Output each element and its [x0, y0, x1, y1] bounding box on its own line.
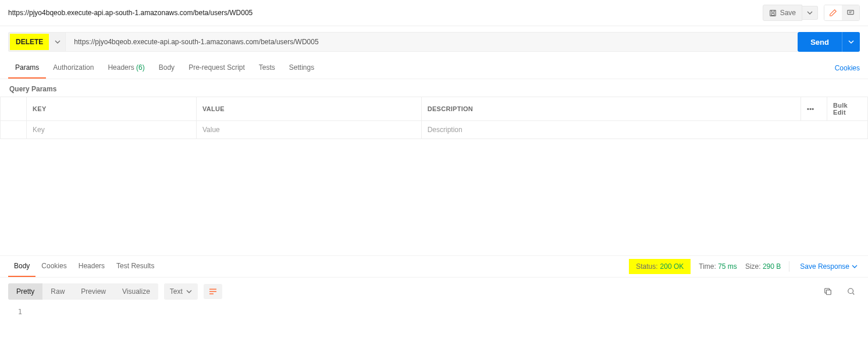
params-value-header: VALUE [196, 97, 421, 121]
tab-headers-label: Headers [108, 63, 134, 72]
chevron-down-icon [852, 264, 858, 269]
tab-tests[interactable]: Tests [252, 58, 282, 79]
bulk-edit-button[interactable]: Bulk Edit [827, 97, 868, 121]
wrap-icon [208, 287, 218, 296]
cookies-link[interactable]: Cookies [835, 58, 860, 78]
tab-body[interactable]: Body [152, 58, 182, 79]
svg-rect-0 [770, 10, 775, 16]
resp-tab-test-results[interactable]: Test Results [111, 256, 160, 277]
search-icon [847, 287, 855, 296]
resp-tab-headers[interactable]: Headers [73, 256, 111, 277]
svg-rect-1 [771, 13, 774, 15]
view-raw-button[interactable]: Raw [42, 283, 73, 300]
http-method-label: DELETE [10, 34, 49, 50]
svg-point-4 [848, 289, 853, 294]
param-row: Key Value Description [1, 121, 868, 139]
send-dropdown-button[interactable] [842, 32, 860, 52]
resp-tab-cookies[interactable]: Cookies [35, 256, 72, 277]
comment-icon [846, 9, 855, 17]
tab-prerequest[interactable]: Pre-request Script [182, 58, 252, 79]
request-tab-title: https://pjyo4bqeob.execute-api.ap-south-… [8, 9, 763, 17]
params-key-header: KEY [27, 97, 197, 121]
resp-tab-body[interactable]: Body [8, 256, 35, 277]
tab-headers[interactable]: Headers (6) [101, 58, 151, 79]
format-select[interactable]: Text [164, 283, 198, 300]
copy-button[interactable] [819, 284, 837, 299]
pencil-icon [829, 9, 837, 17]
tab-authorization[interactable]: Authorization [46, 58, 101, 79]
tab-params[interactable]: Params [8, 58, 46, 79]
copy-icon [824, 287, 832, 296]
param-desc-input[interactable]: Description [421, 121, 867, 139]
save-icon [769, 9, 777, 17]
wrap-lines-button[interactable] [204, 284, 222, 299]
param-checkbox[interactable] [1, 121, 27, 139]
status-label: Status: [636, 262, 657, 271]
save-button[interactable]: Save [763, 5, 802, 21]
chevron-down-icon [50, 39, 65, 45]
response-body-content[interactable] [27, 308, 868, 316]
status-badge: Status: 200 OK [629, 259, 691, 274]
svg-rect-3 [826, 290, 831, 294]
view-preview-button[interactable]: Preview [73, 283, 114, 300]
url-input[interactable]: https://pjyo4bqeob.execute-api.ap-south-… [65, 32, 798, 52]
chevron-down-icon [848, 39, 854, 45]
svg-rect-2 [848, 10, 854, 15]
http-method-select[interactable]: DELETE [8, 32, 65, 52]
save-dropdown-button[interactable] [802, 6, 818, 20]
view-visualize-button[interactable]: Visualize [114, 283, 158, 300]
chevron-down-icon [186, 289, 192, 294]
response-size: Size: 290 B [745, 262, 781, 271]
param-key-input[interactable]: Key [27, 121, 197, 139]
line-number: 1 [0, 308, 27, 316]
query-params-title: Query Params [0, 79, 868, 97]
params-more-button[interactable]: ••• [801, 97, 827, 121]
response-time: Time: 75 ms [699, 262, 737, 271]
search-button[interactable] [842, 284, 860, 299]
tab-settings[interactable]: Settings [282, 58, 321, 79]
save-response-button[interactable]: Save Response [798, 262, 860, 271]
headers-count: (6) [136, 63, 145, 72]
status-value: 200 OK [660, 262, 684, 271]
view-pretty-button[interactable]: Pretty [8, 283, 42, 300]
params-desc-header: DESCRIPTION [421, 97, 801, 121]
chevron-down-icon [807, 10, 813, 16]
save-label: Save [780, 9, 796, 17]
param-value-input[interactable]: Value [196, 121, 421, 139]
send-button[interactable]: Send [798, 32, 842, 52]
params-checkbox-header [1, 97, 27, 121]
edit-button[interactable] [824, 5, 842, 20]
comment-button[interactable] [842, 5, 859, 20]
